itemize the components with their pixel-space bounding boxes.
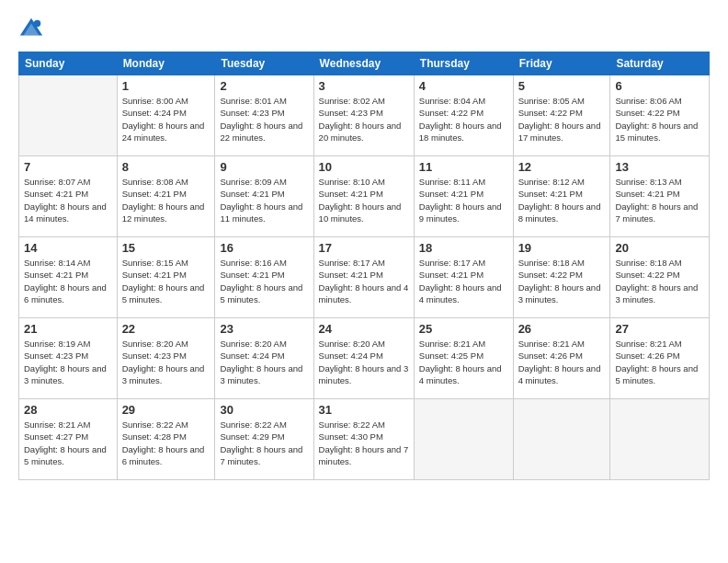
- day-info: Sunrise: 8:22 AMSunset: 4:29 PMDaylight:…: [220, 419, 308, 467]
- day-info: Sunrise: 8:19 AMSunset: 4:23 PMDaylight:…: [24, 338, 112, 386]
- day-number: 30: [220, 403, 308, 417]
- calendar-cell: 17Sunrise: 8:17 AMSunset: 4:21 PMDayligh…: [313, 237, 414, 318]
- day-info: Sunrise: 8:13 AMSunset: 4:21 PMDaylight:…: [615, 176, 704, 224]
- calendar-cell: 14Sunrise: 8:14 AMSunset: 4:21 PMDayligh…: [19, 237, 118, 318]
- day-info: Sunrise: 8:18 AMSunset: 4:22 PMDaylight:…: [518, 257, 606, 305]
- day-number: 24: [319, 322, 409, 336]
- calendar-cell: 1Sunrise: 8:00 AMSunset: 4:24 PMDaylight…: [117, 75, 215, 156]
- day-number: 20: [615, 241, 704, 255]
- day-number: 21: [24, 322, 112, 336]
- day-info: Sunrise: 8:16 AMSunset: 4:21 PMDaylight:…: [220, 257, 308, 305]
- logo-icon: [18, 17, 44, 42]
- calendar-cell: 2Sunrise: 8:01 AMSunset: 4:23 PMDaylight…: [215, 75, 313, 156]
- calendar-cell: 5Sunrise: 8:05 AMSunset: 4:22 PMDaylight…: [513, 75, 610, 156]
- calendar-week-row: 28Sunrise: 8:21 AMSunset: 4:27 PMDayligh…: [19, 399, 710, 480]
- calendar-week-row: 14Sunrise: 8:14 AMSunset: 4:21 PMDayligh…: [19, 237, 710, 318]
- calendar-cell: 8Sunrise: 8:08 AMSunset: 4:21 PMDaylight…: [117, 156, 215, 237]
- day-info: Sunrise: 8:14 AMSunset: 4:21 PMDaylight:…: [24, 257, 112, 305]
- calendar-cell: 11Sunrise: 8:11 AMSunset: 4:21 PMDayligh…: [414, 156, 513, 237]
- logo: [18, 17, 46, 42]
- day-info: Sunrise: 8:21 AMSunset: 4:26 PMDaylight:…: [518, 338, 606, 386]
- day-info: Sunrise: 8:04 AMSunset: 4:22 PMDaylight:…: [419, 95, 508, 144]
- calendar-cell: 24Sunrise: 8:20 AMSunset: 4:24 PMDayligh…: [313, 318, 414, 399]
- day-number: 27: [615, 322, 704, 336]
- day-number: 9: [220, 160, 308, 174]
- day-info: Sunrise: 8:15 AMSunset: 4:21 PMDaylight:…: [122, 257, 210, 305]
- day-number: 12: [518, 160, 606, 174]
- day-info: Sunrise: 8:00 AMSunset: 4:24 PMDaylight:…: [122, 95, 210, 144]
- day-info: Sunrise: 8:12 AMSunset: 4:21 PMDaylight:…: [518, 176, 606, 224]
- calendar-cell: [513, 399, 610, 480]
- day-number: 16: [220, 241, 308, 255]
- day-number: 4: [419, 79, 508, 93]
- day-number: 10: [319, 160, 409, 174]
- calendar-cell: 31Sunrise: 8:22 AMSunset: 4:30 PMDayligh…: [313, 399, 414, 480]
- calendar-table: SundayMondayTuesdayWednesdayThursdayFrid…: [18, 52, 710, 480]
- calendar-cell: 6Sunrise: 8:06 AMSunset: 4:22 PMDaylight…: [610, 75, 710, 156]
- calendar-cell: 16Sunrise: 8:16 AMSunset: 4:21 PMDayligh…: [215, 237, 313, 318]
- day-number: 23: [220, 322, 308, 336]
- day-info: Sunrise: 8:01 AMSunset: 4:23 PMDaylight:…: [220, 95, 308, 144]
- calendar-cell: 28Sunrise: 8:21 AMSunset: 4:27 PMDayligh…: [19, 399, 118, 480]
- weekday-header: Saturday: [610, 52, 710, 75]
- calendar-cell: 3Sunrise: 8:02 AMSunset: 4:23 PMDaylight…: [313, 75, 414, 156]
- calendar-cell: 4Sunrise: 8:04 AMSunset: 4:22 PMDaylight…: [414, 75, 513, 156]
- weekday-header: Friday: [513, 52, 610, 75]
- day-number: 18: [419, 241, 508, 255]
- calendar-cell: 19Sunrise: 8:18 AMSunset: 4:22 PMDayligh…: [513, 237, 610, 318]
- calendar-header-row: SundayMondayTuesdayWednesdayThursdayFrid…: [19, 52, 710, 75]
- calendar-cell: 23Sunrise: 8:20 AMSunset: 4:24 PMDayligh…: [215, 318, 313, 399]
- day-number: 3: [319, 79, 409, 93]
- calendar-cell: 9Sunrise: 8:09 AMSunset: 4:21 PMDaylight…: [215, 156, 313, 237]
- day-info: Sunrise: 8:22 AMSunset: 4:30 PMDaylight:…: [319, 419, 409, 467]
- calendar-cell: 26Sunrise: 8:21 AMSunset: 4:26 PMDayligh…: [513, 318, 610, 399]
- day-info: Sunrise: 8:20 AMSunset: 4:23 PMDaylight:…: [122, 338, 210, 386]
- day-number: 19: [518, 241, 606, 255]
- day-info: Sunrise: 8:20 AMSunset: 4:24 PMDaylight:…: [319, 338, 409, 386]
- calendar-week-row: 7Sunrise: 8:07 AMSunset: 4:21 PMDaylight…: [19, 156, 710, 237]
- calendar-cell: 13Sunrise: 8:13 AMSunset: 4:21 PMDayligh…: [610, 156, 710, 237]
- calendar-cell: 30Sunrise: 8:22 AMSunset: 4:29 PMDayligh…: [215, 399, 313, 480]
- weekday-header: Sunday: [19, 52, 118, 75]
- day-number: 6: [615, 79, 704, 93]
- day-number: 17: [319, 241, 409, 255]
- day-number: 11: [419, 160, 508, 174]
- day-info: Sunrise: 8:07 AMSunset: 4:21 PMDaylight:…: [24, 176, 112, 224]
- day-info: Sunrise: 8:10 AMSunset: 4:21 PMDaylight:…: [319, 176, 409, 224]
- calendar-week-row: 1Sunrise: 8:00 AMSunset: 4:24 PMDaylight…: [19, 75, 710, 156]
- day-info: Sunrise: 8:02 AMSunset: 4:23 PMDaylight:…: [319, 95, 409, 144]
- calendar-cell: 22Sunrise: 8:20 AMSunset: 4:23 PMDayligh…: [117, 318, 215, 399]
- day-number: 8: [122, 160, 210, 174]
- day-number: 29: [122, 403, 210, 417]
- day-info: Sunrise: 8:17 AMSunset: 4:21 PMDaylight:…: [319, 257, 409, 305]
- day-number: 1: [122, 79, 210, 93]
- weekday-header: Thursday: [414, 52, 513, 75]
- day-number: 31: [319, 403, 409, 417]
- calendar-week-row: 21Sunrise: 8:19 AMSunset: 4:23 PMDayligh…: [19, 318, 710, 399]
- day-number: 26: [518, 322, 606, 336]
- day-info: Sunrise: 8:20 AMSunset: 4:24 PMDaylight:…: [220, 338, 308, 386]
- calendar-cell: [414, 399, 513, 480]
- calendar-cell: 29Sunrise: 8:22 AMSunset: 4:28 PMDayligh…: [117, 399, 215, 480]
- day-info: Sunrise: 8:17 AMSunset: 4:21 PMDaylight:…: [419, 257, 508, 305]
- calendar-cell: 15Sunrise: 8:15 AMSunset: 4:21 PMDayligh…: [117, 237, 215, 318]
- day-number: 22: [122, 322, 210, 336]
- calendar-cell: [19, 75, 118, 156]
- weekday-header: Monday: [117, 52, 215, 75]
- day-info: Sunrise: 8:21 AMSunset: 4:25 PMDaylight:…: [419, 338, 508, 386]
- day-number: 25: [419, 322, 508, 336]
- calendar-cell: 21Sunrise: 8:19 AMSunset: 4:23 PMDayligh…: [19, 318, 118, 399]
- weekday-header: Tuesday: [215, 52, 313, 75]
- day-info: Sunrise: 8:11 AMSunset: 4:21 PMDaylight:…: [419, 176, 508, 224]
- calendar-cell: 25Sunrise: 8:21 AMSunset: 4:25 PMDayligh…: [414, 318, 513, 399]
- svg-point-2: [34, 20, 40, 27]
- day-number: 2: [220, 79, 308, 93]
- day-number: 28: [24, 403, 112, 417]
- calendar-cell: [610, 399, 710, 480]
- calendar-cell: 7Sunrise: 8:07 AMSunset: 4:21 PMDaylight…: [19, 156, 118, 237]
- day-info: Sunrise: 8:08 AMSunset: 4:21 PMDaylight:…: [122, 176, 210, 224]
- weekday-header: Wednesday: [313, 52, 414, 75]
- day-info: Sunrise: 8:05 AMSunset: 4:22 PMDaylight:…: [518, 95, 606, 144]
- calendar-cell: 12Sunrise: 8:12 AMSunset: 4:21 PMDayligh…: [513, 156, 610, 237]
- calendar-cell: 27Sunrise: 8:21 AMSunset: 4:26 PMDayligh…: [610, 318, 710, 399]
